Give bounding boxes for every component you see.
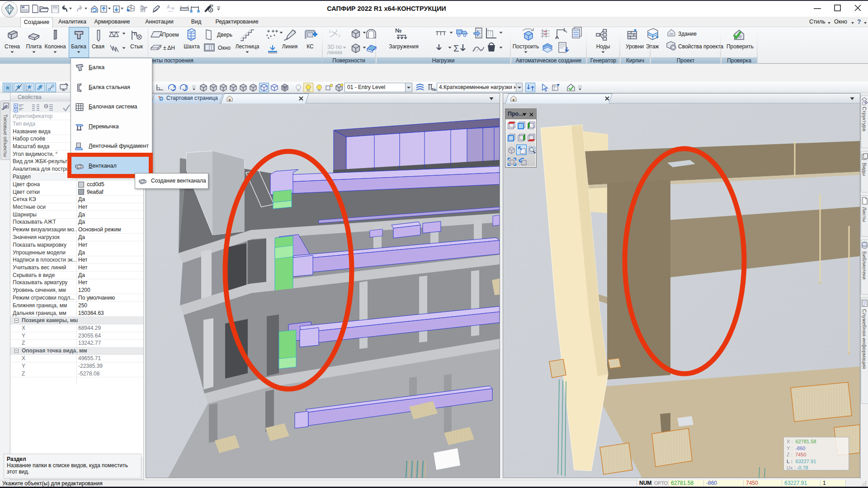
svg-text:№: № [395,27,402,34]
svg-text:y: y [185,84,187,89]
svg-text:1: 1 [329,29,331,33]
svg-text:Σ: Σ [453,43,459,53]
svg-text:A: A [167,5,170,9]
svg-text:x: x [173,84,175,89]
svg-text:EI: EI [210,4,213,8]
svg-text:M: M [171,6,175,10]
svg-text:1: 1 [338,33,340,38]
svg-text:№: № [432,87,436,92]
